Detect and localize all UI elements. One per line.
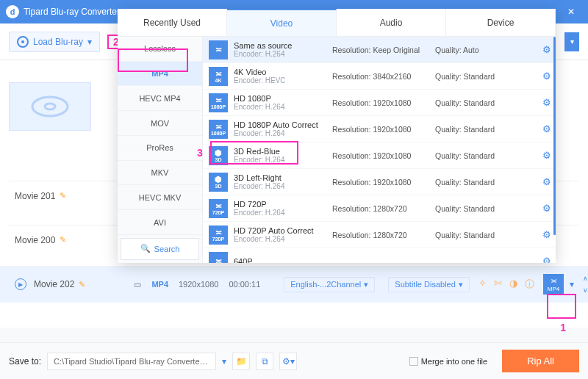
format-quality: Quality: Standard: [435, 98, 506, 107]
format-resolution: Resolution: 1920x1080: [332, 98, 435, 107]
format-row[interactable]: ≍1080PHD 1080P Auto CorrectEncoder: H.26…: [203, 116, 556, 142]
rip-all-button[interactable]: Rip All: [502, 350, 579, 372]
format-row[interactable]: ≍1080PHD 1080PEncoder: H.264Resolution: …: [203, 90, 556, 116]
gear-icon[interactable]: ⚙: [542, 71, 551, 82]
format-icon: ⬢3D: [209, 173, 228, 192]
format-popup: Recently Used Video Audio Device Lossles…: [118, 9, 556, 263]
format-name: HD 720P: [234, 200, 332, 209]
open-folder-button[interactable]: 📁: [232, 353, 250, 370]
caret-icon[interactable]: ▾: [570, 279, 574, 289]
format-row[interactable]: ≍640P⚙: [203, 248, 556, 263]
enhance-icon[interactable]: ✧: [478, 278, 487, 291]
audio-select[interactable]: English-...2Channel▾: [284, 277, 375, 292]
duration-label: 00:00:11: [229, 280, 260, 289]
format-name: 4K Video: [234, 68, 332, 76]
scrollbar[interactable]: [553, 37, 556, 235]
palette-icon[interactable]: ◑: [509, 278, 517, 291]
load-bluray-button[interactable]: Load Blu-ray ▾: [9, 32, 100, 52]
play-icon[interactable]: ▶: [15, 278, 26, 290]
caret-icon: ▾: [364, 280, 368, 289]
format-row[interactable]: ≍720PHD 720PEncoder: H.264Resolution: 12…: [203, 195, 556, 222]
edit-icon[interactable]: ✎: [79, 280, 85, 289]
save-to-label: Save to:: [9, 356, 41, 367]
load-label: Load Blu-ray: [33, 37, 83, 47]
svg-point-1: [45, 104, 55, 109]
format-resolution: Resolution: 1920x1080: [332, 151, 435, 160]
save-path-field[interactable]: C:\Tipard Studio\Tipard Blu-ray Converte…: [47, 353, 216, 370]
format-icon: ≍: [209, 40, 228, 59]
format-name: HD 1080P Auto Correct: [234, 120, 332, 129]
format-name: HD 1080P: [234, 94, 332, 103]
hourglass-icon: ≍: [551, 277, 557, 285]
format-row[interactable]: ≍4K4K VideoEncoder: HEVCResolution: 3840…: [203, 63, 556, 90]
format-search[interactable]: 🔍 Search: [121, 238, 199, 260]
format-resolution: Resolution: 1280x720: [332, 231, 435, 239]
movie-title: Movie 202: [34, 279, 74, 289]
annotation-2-box: [118, 48, 188, 72]
format-icon: ≍1080P: [209, 120, 228, 139]
format-quality: Quality: Standard: [435, 72, 506, 81]
gear-icon[interactable]: ⚙: [542, 176, 551, 187]
move-down-icon[interactable]: ∨: [583, 286, 588, 294]
trim-icon[interactable]: ✄: [494, 278, 502, 291]
gear-icon[interactable]: ⚙: [542, 44, 551, 55]
annotation-1-box: [547, 294, 576, 319]
gear-icon[interactable]: ⚙: [542, 97, 551, 108]
tab-recently-used[interactable]: Recently Used: [118, 9, 227, 36]
sidebar-item-mkv[interactable]: MKV: [118, 161, 202, 186]
output-format-button[interactable]: ≍ MP4: [543, 274, 564, 295]
subtitle-select[interactable]: Subtitle Disabled▾: [388, 277, 470, 292]
gear-icon[interactable]: ⚙: [542, 229, 551, 240]
format-resolution: Resolution: 3840x2160: [332, 72, 435, 81]
tab-video[interactable]: Video: [227, 9, 337, 36]
format-row[interactable]: ≍720PHD 720P Auto CorrectEncoder: H.264R…: [203, 222, 556, 248]
format-encoder: Encoder: H.264: [234, 235, 332, 243]
format-encoder: Encoder: H.264: [234, 50, 332, 58]
settings-button[interactable]: ⚙▾: [279, 353, 297, 370]
tab-device[interactable]: Device: [446, 9, 556, 36]
subtitle-value: Subtitle Disabled: [395, 280, 456, 289]
edit-icon[interactable]: ✎: [60, 235, 66, 245]
output-format-label: MP4: [548, 286, 559, 292]
info-icon[interactable]: ⓘ: [525, 278, 534, 291]
format-name: 3D Left-Right: [234, 173, 332, 182]
edit-icon[interactable]: ✎: [60, 191, 66, 201]
gear-icon[interactable]: ⚙: [542, 150, 551, 161]
search-label: Search: [154, 245, 180, 253]
toolbar-dropdown-button[interactable]: ▾: [564, 32, 579, 51]
bluray-thumbnail[interactable]: [9, 82, 91, 131]
sidebar-item-avi[interactable]: AVI: [118, 210, 202, 235]
format-quality: Quality: Standard: [435, 125, 506, 134]
tab-audio[interactable]: Audio: [337, 9, 446, 36]
audio-value: English-...2Channel: [290, 280, 361, 289]
sidebar-item-hevc-mp4[interactable]: HEVC MP4: [118, 86, 202, 111]
format-name: Same as source: [234, 41, 332, 50]
gear-icon[interactable]: ⚙: [542, 256, 551, 263]
format-row[interactable]: ⬢3D3D Left-RightEncoder: H.264Resolution…: [203, 169, 556, 195]
search-icon: 🔍: [140, 244, 151, 253]
resolution-label: 1920x1080: [179, 280, 218, 289]
dropdown-caret-icon: ▾: [87, 37, 92, 47]
merge-label: Merge into one file: [421, 357, 488, 366]
browse-button[interactable]: ⧉: [256, 353, 273, 370]
sidebar-item-mov[interactable]: MOV: [118, 111, 202, 136]
sidebar-item-prores[interactable]: ProRes: [118, 136, 202, 161]
svg-point-0: [32, 97, 68, 116]
format-row[interactable]: ≍Same as sourceEncoder: H.264Resolution:…: [203, 37, 556, 63]
format-quality: Quality: Standard: [435, 151, 506, 160]
format-icon: ≍: [209, 252, 228, 264]
merge-checkbox[interactable]: Merge into one file: [409, 357, 488, 366]
close-button[interactable]: ✕: [560, 7, 582, 17]
format-encoder: Encoder: H.264: [234, 182, 332, 190]
gear-icon[interactable]: ⚙: [542, 203, 551, 214]
checkbox-icon: [409, 357, 418, 366]
format-quality: Quality: Auto: [435, 46, 506, 54]
footer: Save to: C:\Tipard Studio\Tipard Blu-ray…: [0, 342, 588, 379]
gear-icon[interactable]: ⚙: [542, 123, 551, 134]
movie-title: Movie 200: [15, 235, 55, 245]
move-up-icon[interactable]: ∧: [583, 275, 588, 282]
annotation-1: 1: [560, 322, 566, 333]
annotation-3-box: [210, 141, 298, 165]
sidebar-item-hevc-mkv[interactable]: HEVC MKV: [118, 185, 202, 210]
caret-icon[interactable]: ▾: [222, 356, 226, 367]
